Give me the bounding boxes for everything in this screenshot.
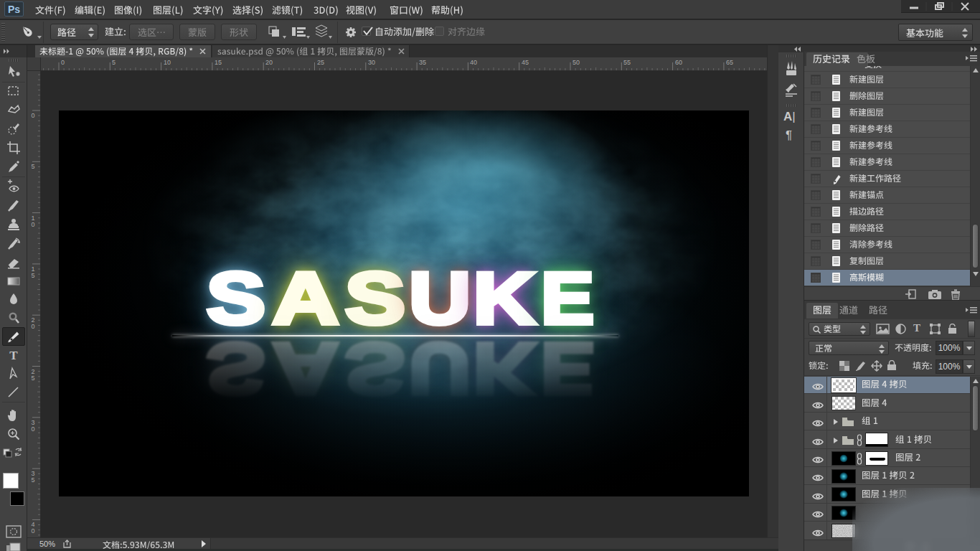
svg-text:T: T xyxy=(9,349,18,362)
